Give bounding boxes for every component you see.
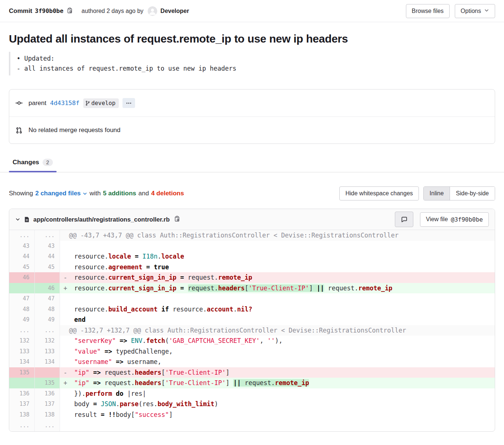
code-token: ] — [169, 411, 172, 418]
code-line: +resource.current_sign_in_ip = request.h… — [60, 283, 495, 294]
new-line-number[interactable]: 135 — [34, 378, 60, 388]
copy-commit-sha-button[interactable] — [66, 7, 74, 16]
new-line-number[interactable]: 133 — [34, 346, 60, 357]
copy-file-path-button[interactable] — [173, 215, 181, 224]
old-line-number[interactable]: ... — [9, 230, 34, 241]
code-token: 'True-Client-IP' — [248, 284, 309, 292]
commit-title: Updated all instances of request.remote_… — [9, 32, 495, 45]
new-line-number[interactable]: 137 — [34, 399, 60, 409]
old-line-number[interactable]: ... — [9, 420, 34, 431]
hunk-header-text: @@ -132,7 +132,7 @@ class Auth::Registra… — [64, 327, 406, 334]
code-token: . — [158, 253, 161, 260]
code-line: end — [60, 314, 495, 325]
with-label: with — [90, 190, 101, 197]
new-line-number[interactable]: ... — [34, 420, 60, 431]
expand-refs-button[interactable] — [122, 98, 135, 108]
new-line-number[interactable]: 49 — [34, 314, 60, 325]
old-line-number[interactable]: 43 — [9, 241, 34, 252]
code-token: request. — [241, 379, 275, 387]
diff-row-ctx: 138138result = !!body["success"] — [9, 409, 495, 420]
and-label: and — [138, 190, 149, 197]
old-line-number[interactable]: 135 — [9, 367, 34, 378]
new-line-number[interactable]: 46 — [34, 283, 60, 294]
browse-files-button[interactable]: Browse files — [406, 4, 450, 18]
tab-changes[interactable]: Changes 2 — [9, 157, 57, 172]
showing-label: Showing — [9, 190, 33, 197]
options-button[interactable]: Options — [455, 4, 495, 18]
code-token: remote_ip — [358, 284, 392, 292]
new-line-number[interactable] — [34, 367, 60, 378]
new-line-number[interactable]: 48 — [34, 304, 60, 315]
code-token: ), — [275, 337, 282, 344]
old-line-number[interactable]: 44 — [9, 251, 34, 262]
changed-files-dropdown[interactable]: 2 changed files — [35, 190, 87, 197]
code-token: JSON — [101, 400, 116, 408]
code-token: . — [142, 337, 146, 344]
old-line-number[interactable]: 133 — [9, 346, 34, 357]
new-line-number[interactable]: 47 — [34, 293, 60, 304]
code-token: ) — [214, 400, 218, 408]
deletions-count: 4 deletions — [151, 190, 184, 197]
commit-description-line: • Updated: — [17, 54, 495, 64]
commit-description: • Updated:- all instances of request.rem… — [9, 52, 495, 75]
branch-ref-badge[interactable]: develop — [83, 98, 119, 108]
code-token: body[ — [116, 411, 135, 418]
avatar[interactable] — [148, 6, 157, 16]
new-line-number[interactable]: 43 — [34, 241, 60, 252]
old-line-number[interactable]: 134 — [9, 357, 34, 367]
code-token: request. — [104, 369, 135, 376]
code-token: = — [142, 263, 154, 271]
old-line-number[interactable]: 46 — [9, 272, 34, 283]
file-path[interactable]: app/controllers/auth/registrations_contr… — [33, 216, 170, 223]
side-by-side-view-button[interactable]: Side-by-side — [450, 187, 495, 200]
code-line: "serverKey" => ENV.fetch('GAB_CAPTCHA_SE… — [60, 336, 495, 346]
new-line-number[interactable] — [34, 272, 60, 283]
old-line-number[interactable]: 49 — [9, 314, 34, 325]
new-line-number[interactable]: ... — [34, 325, 60, 336]
code-token: || — [233, 379, 241, 387]
collapse-file-chevron-icon[interactable] — [15, 217, 20, 222]
code-token: request. — [188, 274, 218, 281]
new-line-number[interactable]: ... — [34, 230, 60, 241]
code-token: headers — [135, 369, 161, 376]
old-line-number[interactable]: 47 — [9, 293, 34, 304]
branch-name: develop — [91, 100, 115, 107]
new-line-number[interactable]: 136 — [34, 388, 60, 399]
parent-commit-link[interactable]: 4d43158f — [50, 100, 79, 107]
old-line-number[interactable]: 132 — [9, 336, 34, 346]
diff-row-add: 46+resource.current_sign_in_ip = request… — [9, 283, 495, 294]
old-line-number[interactable]: 137 — [9, 399, 34, 409]
diff-sign: - — [64, 272, 74, 283]
inline-view-button[interactable]: Inline — [424, 187, 450, 200]
view-file-button[interactable]: View file @3f90b0be — [420, 212, 489, 227]
new-line-number[interactable]: 134 — [34, 357, 60, 367]
old-line-number[interactable] — [9, 283, 34, 294]
diff-row-ctx: 137137body = JSON.parse(res.body_with_li… — [9, 399, 495, 409]
old-line-number[interactable]: 136 — [9, 388, 34, 399]
toggle-comments-button[interactable] — [395, 212, 413, 227]
code-token: nil? — [237, 306, 252, 313]
code-token: |res| — [127, 390, 146, 397]
code-token: remote_ip — [275, 379, 309, 387]
code-line: "username" => username, — [60, 357, 495, 367]
code-token: '' — [268, 337, 275, 344]
new-line-number[interactable]: 45 — [34, 262, 60, 273]
code-line: }).perform do |res| — [60, 388, 495, 399]
old-line-number[interactable]: 48 — [9, 304, 34, 315]
new-line-number[interactable]: 44 — [34, 251, 60, 262]
code-token: [ — [161, 379, 165, 387]
old-line-number[interactable]: 45 — [9, 262, 34, 273]
no-related-mr-text: No related merge requests found — [28, 127, 121, 134]
old-line-number[interactable]: 138 — [9, 409, 34, 420]
author-name[interactable]: Developer — [161, 8, 189, 14]
new-line-number[interactable]: 132 — [34, 336, 60, 346]
hide-whitespace-button[interactable]: Hide whitespace changes — [339, 186, 419, 200]
code-token: result — [74, 411, 101, 418]
code-token: "serverKey" — [74, 337, 116, 344]
diff-row-ctx: 4949end — [9, 314, 495, 325]
old-line-number[interactable] — [9, 378, 34, 388]
old-line-number[interactable]: ... — [9, 325, 34, 336]
code-line: resource.agreement = true — [60, 262, 495, 273]
new-line-number[interactable]: 138 — [34, 409, 60, 420]
view-file-label: View file — [426, 216, 448, 223]
